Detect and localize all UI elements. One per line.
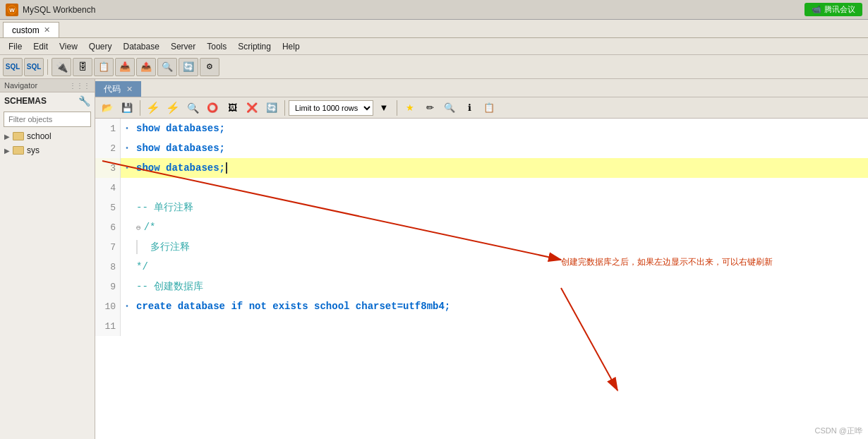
menu-edit[interactable]: Edit	[28, 40, 54, 53]
ed-sep-1	[140, 100, 140, 116]
line-dot-1: •	[121, 119, 133, 138]
line-content-4	[133, 178, 868, 198]
schema-name-school: school	[27, 131, 52, 141]
line-dot-3: •	[121, 158, 133, 178]
menu-server[interactable]: Server	[165, 40, 201, 53]
line-content-8: */	[133, 257, 868, 277]
code-tab-label: 代码	[104, 83, 121, 95]
code-tab[interactable]: 代码 ✕	[95, 81, 141, 97]
line-num-2: 2	[95, 138, 121, 158]
custom-tab[interactable]: custom ✕	[3, 22, 59, 37]
line-content-7: 多行注释	[133, 237, 868, 257]
menu-scripting[interactable]: Scripting	[232, 40, 277, 53]
menu-bar: File Edit View Query Database Server Too…	[0, 38, 868, 55]
open-file-btn[interactable]: 📂	[98, 100, 116, 116]
code-area[interactable]: 1 • show databases; 2 • show databases; …	[95, 119, 868, 439]
run-btn[interactable]: ⚡	[144, 100, 162, 116]
copy-btn[interactable]: 📋	[480, 100, 498, 116]
code-line-8: 8 */	[95, 257, 868, 277]
sql-btn-2[interactable]: SQL	[24, 58, 44, 76]
code-line-10: 10 • create database if not exists schoo…	[95, 296, 868, 316]
app-title: MySQL Workbench	[23, 5, 804, 15]
line-dot-2: •	[121, 138, 133, 158]
star-btn[interactable]: ★	[401, 100, 419, 116]
limit-select[interactable]: Limit to 1000 rows	[289, 100, 373, 116]
pen-btn[interactable]: ✏	[421, 100, 439, 116]
line-dot-4	[121, 178, 133, 198]
line-num-11: 11	[95, 316, 121, 336]
code-line-11: 11	[95, 316, 868, 336]
menu-tools[interactable]: Tools	[201, 40, 232, 53]
code-line-2: 2 • show databases;	[95, 138, 868, 158]
ed-sep-3	[397, 100, 397, 116]
menu-view[interactable]: View	[54, 40, 83, 53]
line-dot-8	[121, 257, 133, 277]
code-line-9: 9 -- 创建数据库	[95, 277, 868, 296]
filter-input[interactable]	[4, 112, 91, 127]
table-btn[interactable]: 📋	[94, 58, 114, 76]
line-content-2: show databases;	[133, 138, 868, 158]
info-btn[interactable]: ℹ	[460, 100, 478, 116]
code-line-1: 1 • show databases;	[95, 119, 868, 138]
stop-btn[interactable]: 🔍	[183, 100, 202, 116]
line-content-10: create database if not exists school cha…	[133, 296, 868, 316]
line-content-5: -- 单行注释	[133, 198, 868, 217]
schema-btn[interactable]: ⚙	[200, 58, 219, 76]
tencent-meeting-btn[interactable]: 📹 腾讯会议	[804, 3, 862, 16]
editor-toolbar: 📂 💾 ⚡ ⚡ 🔍 ⭕ 🖼 ❌ 🔄 Limit to 1000 rows ▼ ★…	[95, 97, 868, 119]
schema-item-school[interactable]: ▶ school	[0, 129, 95, 143]
refresh-ed-btn[interactable]: ⭕	[203, 100, 222, 116]
line-dot-6	[121, 217, 133, 237]
sidebar: Navigator ⋮⋮⋮ SCHEMAS 🔧 ▶ school ▶ sys	[0, 79, 95, 439]
code-line-4: 4	[95, 178, 868, 198]
line-content-11	[133, 316, 868, 336]
ed-sep-2	[284, 100, 285, 116]
schema-item-sys[interactable]: ▶ sys	[0, 143, 95, 157]
schemas-label: SCHEMAS	[4, 96, 47, 106]
menu-file[interactable]: File	[3, 40, 28, 53]
dropdown-btn[interactable]: ▼	[375, 100, 393, 116]
line-dot-5	[121, 198, 133, 217]
line-num-1: 1	[95, 119, 121, 138]
toggle-btn[interactable]: 🖼	[223, 100, 241, 116]
run-sel-btn[interactable]: ⚡	[164, 100, 182, 116]
line-num-6: 6	[95, 217, 121, 237]
search-btn[interactable]: 🔍	[440, 100, 459, 116]
schemas-header: SCHEMAS 🔧	[0, 92, 95, 109]
schema-icon-school	[13, 132, 24, 140]
line-content-1: show databases;	[133, 119, 868, 138]
close-tab-icon[interactable]: ✕	[44, 25, 50, 35]
export-btn[interactable]: 📤	[136, 58, 156, 76]
query-btn[interactable]: 🔍	[157, 58, 177, 76]
menu-help[interactable]: Help	[277, 40, 306, 53]
menu-query[interactable]: Query	[83, 40, 118, 53]
close-code-tab-icon[interactable]: ✕	[126, 85, 133, 94]
menu-database[interactable]: Database	[118, 40, 165, 53]
toolbar-sep-1	[47, 59, 48, 75]
schema-name-sys: sys	[27, 145, 40, 155]
line-num-4: 4	[95, 178, 121, 198]
db-btn[interactable]: 🗄	[73, 58, 92, 76]
code-line-7: 7 多行注释	[95, 237, 868, 257]
refresh-btn[interactable]: 🔄	[179, 58, 198, 76]
app-icon: W	[6, 4, 18, 16]
rollback-btn[interactable]: 🔄	[263, 100, 281, 116]
commit-btn[interactable]: ❌	[243, 100, 261, 116]
line-num-8: 8	[95, 257, 121, 277]
save-btn[interactable]: 💾	[118, 100, 136, 116]
navigator-header: Navigator ⋮⋮⋮	[0, 79, 95, 92]
line-content-3: show databases;	[133, 158, 868, 178]
schema-icon-sys	[13, 146, 24, 155]
watermark: CSDN @正哗	[815, 426, 862, 436]
tab-bar: custom ✕	[0, 20, 868, 38]
navigator-label: Navigator	[4, 81, 37, 90]
sql-btn-1[interactable]: SQL	[3, 58, 23, 76]
import-btn[interactable]: 📥	[115, 58, 135, 76]
code-line-3: 3 • show databases;	[95, 158, 868, 178]
connect-btn[interactable]: 🔌	[52, 58, 71, 76]
code-line-5: 5 -- 单行注释	[95, 198, 868, 217]
schema-arrow-school: ▶	[4, 133, 10, 140]
title-bar: W MySQL Workbench 📹 腾讯会议	[0, 0, 868, 20]
line-content-9: -- 创建数据库	[133, 277, 868, 296]
line-num-10: 10	[95, 296, 121, 316]
